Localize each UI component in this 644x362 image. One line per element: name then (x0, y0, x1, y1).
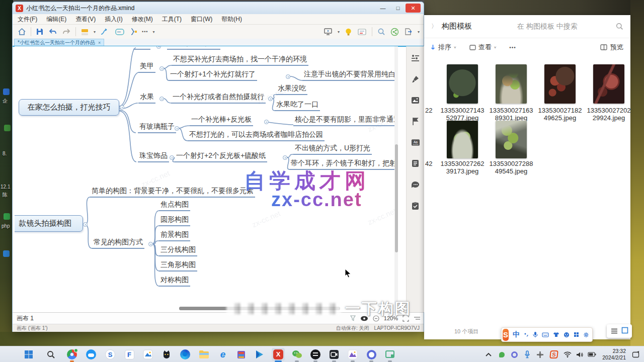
menu-help[interactable]: 帮助(H) (221, 15, 242, 24)
sogou-logo-icon[interactable]: S (503, 329, 509, 341)
thumbnail-image[interactable] (447, 121, 478, 158)
relationship-button[interactable] (100, 26, 110, 37)
mountain-app-icon[interactable] (346, 348, 359, 361)
folder-title[interactable]: 构图模板 (442, 22, 472, 31)
mindmap-topic-comp-simple[interactable]: 简单的构图：背景要干净，不要很乱，不要很多元素 (90, 186, 255, 198)
undo-button[interactable] (48, 26, 57, 37)
topic-toggle-icon[interactable] (283, 155, 287, 160)
mindmap-topic-clothing[interactable]: 服装 (133, 46, 150, 50)
insert-image-icon[interactable] (411, 96, 420, 105)
thumbnail-image[interactable] (593, 64, 624, 104)
desktop-icon-fragment[interactable] (3, 250, 10, 257)
ring-app-icon[interactable] (365, 348, 378, 361)
mindmap-topic-nails-tip2[interactable]: 一个射灯+1个补光灯就行了 (169, 69, 257, 81)
toolbox-grid-icon[interactable] (574, 332, 579, 337)
outline-toggle-icon[interactable] (414, 316, 421, 321)
filename-label[interactable]: 13353002726239173.jpeg (440, 160, 485, 175)
search-input[interactable]: 在 构图模板 中搜索 (517, 22, 578, 31)
thumbnail-image[interactable] (496, 64, 527, 104)
chinese-mode-icon[interactable]: 中 (513, 330, 520, 339)
photos-app-icon[interactable] (141, 348, 154, 361)
mindmap-topic-clothing-tip[interactable]: 2个射灯+反光板 (167, 46, 220, 50)
mindmap-topic-jewelry[interactable]: 珠宝饰品 (138, 151, 169, 162)
settings-gear-icon[interactable] (583, 332, 589, 338)
file-explorer-icon[interactable] (197, 348, 210, 361)
export-caret[interactable]: ▾ (418, 30, 420, 34)
style-brush-icon[interactable] (411, 74, 420, 83)
mindmap-root-topic[interactable]: 在家怎么拍摄，打光技巧 (19, 99, 119, 116)
mindmap-topic-comp-item[interactable]: 焦点构图 (159, 200, 190, 211)
mindmap-topic-nails-tip1[interactable]: 不想买补光灯去商场拍，找一个干净的环境 (172, 54, 308, 66)
mindmap-topic-glass-tip1[interactable]: 一个补光棒+反光板 (190, 115, 253, 126)
format-factory-icon[interactable]: F (123, 348, 136, 361)
cloud-app-icon[interactable] (85, 348, 98, 361)
maximize-button[interactable]: □ (390, 4, 406, 13)
tray-ring-icon[interactable] (509, 349, 520, 360)
menu-insert[interactable]: 插入(I) (105, 15, 122, 24)
tray-green-icon[interactable] (496, 349, 507, 360)
preview-toggle-button[interactable]: 预览 (600, 43, 623, 52)
tab-close-icon[interactable]: × (98, 40, 101, 45)
mindmap-topic-comp-item[interactable]: 前景构图 (159, 230, 190, 241)
wifi-icon[interactable] (562, 349, 573, 360)
vertical-scrollbar[interactable] (395, 144, 398, 252)
filename-label[interactable]: 13353002716389301.jpeg (489, 107, 534, 122)
potplayer-icon[interactable] (253, 348, 266, 361)
boundary-button[interactable] (115, 26, 125, 37)
topic-toggle-icon[interactable] (120, 105, 124, 110)
mindmap-topic-comp-common[interactable]: 常见的构图方式 (92, 237, 144, 249)
mindmap-topic-fruit-note1[interactable]: 水果没吃 (276, 83, 307, 95)
mindmap-topic-fruit-note2[interactable]: 水果吃了一口 (275, 100, 320, 111)
thumbnail-image[interactable] (544, 64, 576, 104)
filename-label[interactable]: 13353002718249625.jpeg (537, 107, 583, 122)
search-taskbar-icon[interactable] (44, 348, 57, 361)
marker-flag-icon[interactable] (411, 117, 420, 126)
filename-label[interactable]: 13353002720229924.jpeg (586, 107, 631, 122)
view-button[interactable]: 查看 ˅ (469, 43, 497, 52)
redo-button[interactable] (62, 26, 71, 37)
camera-recorder-icon[interactable] (328, 348, 341, 361)
menu-modify[interactable]: 修改(M) (132, 15, 153, 24)
notes-icon[interactable] (411, 159, 420, 168)
sticker-label-icon[interactable]: Aa (411, 138, 420, 147)
topic-toggle-icon[interactable] (159, 66, 164, 71)
voice-input-icon[interactable] (533, 331, 538, 338)
sort-button[interactable]: 排序 ˅ (430, 43, 456, 52)
hamburger-menu-icon[interactable] (611, 327, 618, 336)
topic-toggle-icon[interactable] (170, 155, 174, 160)
smart-assistant-icon[interactable] (564, 332, 570, 338)
black-badge-app-icon[interactable] (309, 348, 322, 361)
mindmap-root-topic-2[interactable]: 款镜头拍摄构图 (15, 215, 83, 232)
tray-sogou-icon[interactable]: S (548, 349, 559, 360)
more-options-button[interactable]: ••• (509, 45, 516, 50)
sheet-tab[interactable]: 画布 1 (17, 314, 34, 323)
tray-gamepad-icon[interactable] (534, 349, 545, 360)
winrar-icon[interactable] (234, 348, 248, 361)
format-panel-icon[interactable] (411, 53, 420, 62)
topic-toggle-icon[interactable] (83, 222, 88, 227)
summary-button[interactable] (129, 26, 137, 37)
sheet-button[interactable] (80, 26, 89, 37)
mindmap-topic-jewelry-tip[interactable]: 一个射灯+2个反光板+硫酸纸 (175, 151, 267, 162)
battery-icon[interactable] (586, 349, 597, 360)
mindmap-topic-comp-item[interactable]: 圆形构图 (159, 215, 190, 226)
volume-icon[interactable] (574, 349, 585, 360)
topic-toggle-icon[interactable] (286, 74, 290, 79)
tray-microphone-icon[interactable] (522, 349, 533, 360)
topic-toggle-icon[interactable] (264, 120, 269, 124)
save-button[interactable] (36, 26, 44, 37)
mindmap-topic-fruit[interactable]: 水果 (138, 92, 155, 104)
punctuation-icon[interactable] (524, 332, 529, 337)
menu-window[interactable]: 窗口(W) (191, 15, 212, 24)
menu-tools[interactable]: 工具(T) (162, 15, 182, 24)
mindmap-topic-glass-tip2[interactable]: 不想打光的，可以去商场或者咖啡店拍公园 (188, 130, 325, 141)
mindmap-topic-comp-item[interactable]: 对称构图 (159, 275, 190, 287)
menu-file[interactable]: 文件(F) (18, 15, 37, 24)
title-bar[interactable]: X 小红书怎么一天拍出一个月的作品.xmind — □ ✕ (13, 2, 424, 14)
home-button[interactable] (18, 26, 26, 37)
start-button[interactable] (22, 348, 35, 361)
sheet-dropdown-caret[interactable]: ▾ (94, 30, 96, 34)
notification-center-icon[interactable] (630, 349, 641, 360)
zoom-search-button[interactable] (377, 26, 385, 37)
mindmap-topic-fruit-tip[interactable]: 一个补光灯或者自然拍摄就行 (171, 92, 266, 104)
